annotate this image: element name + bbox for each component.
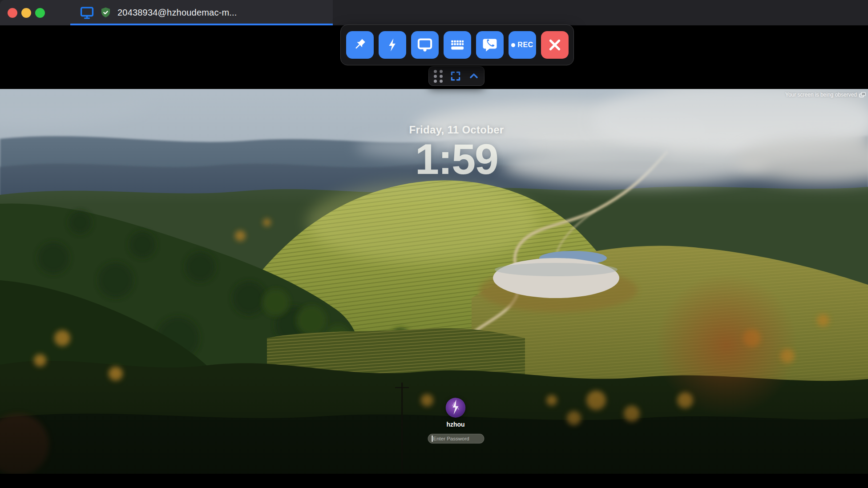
login-user-block: hzhou — [446, 398, 466, 428]
app-window: 20438934@hzhoudemac-m... — [0, 0, 868, 488]
lock-screen-date: Friday, 11 October — [409, 124, 504, 136]
performance-toolbar-button[interactable] — [379, 31, 406, 59]
zoom-window-button[interactable] — [35, 8, 45, 18]
avatar[interactable] — [446, 398, 466, 418]
record-icon — [511, 43, 515, 47]
session-tab[interactable]: 20438934@hzhoudemac-m... — [70, 0, 333, 25]
lightning-icon — [385, 37, 400, 52]
username-label: hzhou — [446, 421, 464, 428]
monitor-icon — [417, 37, 433, 53]
close-icon — [547, 37, 563, 53]
close-window-button[interactable] — [8, 8, 17, 18]
record-toolbar-button[interactable]: REC — [509, 31, 536, 59]
fullscreen-icon[interactable] — [450, 70, 461, 82]
traffic-lights — [8, 8, 45, 18]
pin-toolbar-button[interactable] — [346, 31, 374, 59]
shield-check-icon — [100, 7, 112, 19]
password-input[interactable] — [428, 434, 484, 444]
lock-screen-time: 1:59 — [409, 137, 504, 181]
remote-session-toolbar: REC — [340, 24, 574, 65]
display-icon — [80, 6, 94, 20]
voice-call-toolbar-button[interactable] — [476, 31, 504, 59]
tab-title: 20438934@hzhoudemac-m... — [117, 8, 237, 18]
call-bubble-icon — [482, 37, 498, 53]
observed-notice-text: Your screen is being observed — [785, 92, 857, 98]
screen-observed-notice: Your screen is being observed — [785, 92, 866, 98]
keyboard-toolbar-button[interactable] — [444, 31, 471, 59]
titlebar-controls-zone — [0, 0, 71, 25]
window-titlebar: 20438934@hzhoudemac-m... — [0, 0, 868, 25]
password-field-wrap — [428, 434, 484, 444]
toolbar-quick-bar — [428, 66, 484, 86]
drag-handle-dots[interactable] — [434, 70, 443, 83]
disconnect-toolbar-button[interactable] — [541, 31, 569, 59]
record-label: REC — [517, 41, 533, 49]
lock-screen-clock: Friday, 11 October 1:59 — [409, 124, 504, 181]
text-caret — [432, 436, 433, 442]
keyboard-icon — [449, 37, 465, 53]
pushpin-icon — [352, 37, 367, 52]
remote-desktop-viewport[interactable]: Your screen is being observed Friday, 11… — [0, 89, 868, 474]
minimize-window-button[interactable] — [21, 8, 31, 18]
letterbox-bottom — [0, 474, 868, 488]
screen-mirroring-icon — [859, 92, 866, 98]
display-toolbar-button[interactable] — [411, 31, 439, 59]
chevron-up-icon[interactable] — [468, 71, 479, 81]
